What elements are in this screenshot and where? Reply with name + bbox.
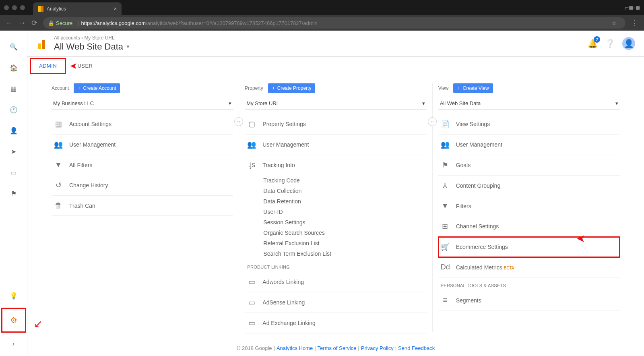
browser-tab[interactable]: Analytics × [33, 2, 122, 15]
audience-icon[interactable]: 👤 [5, 122, 23, 139]
plus-icon: + [272, 85, 275, 91]
tracking-sub-session-settings[interactable]: Session Settings [263, 217, 426, 228]
linking-item-adsense-linking[interactable]: ▭AdSense Linking [245, 292, 426, 313]
bookmark-icon[interactable]: ☆ [612, 20, 617, 26]
search-icon[interactable]: 🔍 [5, 38, 23, 56]
tracking-sub-tracking-code[interactable]: Tracking Code [263, 175, 426, 186]
view-label: View [438, 85, 449, 91]
window-controls[interactable] [4, 5, 25, 10]
account-item-all-filters[interactable]: ▼All Filters [52, 155, 233, 175]
account-item-user-management[interactable]: 👥User Management [52, 135, 233, 155]
tracking-sub-data-collection[interactable]: Data Collection [263, 186, 426, 196]
tools-item-segments[interactable]: ≡Segments [438, 290, 620, 310]
discover-icon[interactable]: 💡 [5, 287, 23, 304]
property-item-tracking-info[interactable]: .jsTracking Info [245, 155, 426, 175]
conversions-icon[interactable]: ⚑ [5, 184, 23, 202]
tracking-sub-organic-search-sources[interactable]: Organic Search Sources [263, 228, 426, 238]
menu-icon: ⊞ [441, 222, 450, 231]
view-item-calculated-metrics[interactable]: DdCalculated MetricsBETA [438, 257, 620, 277]
product-linking-header: PRODUCT LINKING [245, 259, 426, 272]
account-item-trash-can[interactable]: 🗑Trash Can [52, 196, 233, 216]
view-selector[interactable]: All Web Site Data▼ [54, 41, 130, 52]
forward-button[interactable]: → [19, 19, 26, 27]
left-sidebar: 🔍 🏠 ▦ 🕐 👤 ➤ ▭ ⚑ 💡 ⚙ › ↙ [0, 31, 27, 356]
chrome-menu-icon[interactable]: ⋮ [631, 19, 638, 27]
view-item-filters[interactable]: ▼Filters [438, 196, 620, 216]
notifications-icon[interactable]: 🔔 2 [588, 39, 598, 48]
menu-icon: .js [247, 161, 256, 169]
help-icon[interactable]: ❔ [605, 39, 615, 48]
tracking-sub-data-retention[interactable]: Data Retention [263, 196, 426, 207]
menu-icon: 🗑 [54, 201, 63, 210]
chevron-down-icon: ▾ [615, 100, 618, 106]
account-item-account-settings[interactable]: ▦Account Settings [52, 114, 233, 135]
account-label: Account [52, 85, 69, 91]
view-item-ecommerce-settings[interactable]: 🛒Ecommerce Settings [438, 237, 620, 257]
footer-link[interactable]: Terms of Service [318, 345, 357, 351]
realtime-icon[interactable]: 🕐 [5, 101, 23, 118]
menu-label: All Filters [69, 162, 93, 168]
maximize-window[interactable] [20, 5, 25, 10]
create-account-button[interactable]: +Create Account [74, 83, 120, 93]
menu-icon: ⅄ [441, 181, 450, 190]
chevron-down-icon: ▾ [422, 100, 425, 106]
swap-property-view[interactable]: ↔ [428, 117, 437, 126]
address-bar[interactable]: 🔒 Secure | https://analytics.google.com … [43, 17, 625, 29]
menu-label: Property Settings [262, 121, 305, 127]
create-property-button[interactable]: +Create Property [268, 83, 316, 93]
home-icon[interactable]: 🏠 [5, 59, 23, 77]
tracking-sub-referral-exclusion-list[interactable]: Referral Exclusion List [263, 238, 426, 248]
view-item-user-management[interactable]: 👥User Management [438, 135, 620, 155]
menu-icon: ▢ [247, 120, 256, 128]
behavior-icon[interactable]: ▭ [5, 164, 23, 181]
close-tab-icon[interactable]: × [114, 6, 117, 12]
menu-label: View Settings [456, 121, 490, 127]
menu-label: Goals [456, 162, 471, 168]
view-item-content-grouping[interactable]: ⅄Content Grouping [438, 176, 620, 196]
property-item-property-settings[interactable]: ▢Property Settings [245, 114, 426, 135]
admin-gear-highlighted[interactable]: ⚙ [1, 308, 26, 333]
chevron-down-icon: ▾ [229, 100, 231, 106]
account-item-change-history[interactable]: ↺Change History [52, 175, 233, 196]
reload-button[interactable]: ⟳ [31, 19, 37, 27]
linking-item-adwords-linking[interactable]: ▭Adwords Linking [245, 272, 426, 292]
lock-icon: 🔒 [48, 20, 54, 26]
menu-icon: 📄 [441, 120, 450, 128]
browser-tab-bar: Analytics × ⌐■-■ [0, 0, 644, 15]
back-button[interactable]: ← [6, 19, 13, 27]
view-selector-dropdown[interactable]: All Web Site Data▾ [438, 97, 620, 110]
url-path: /analytics/web/?authuser=0#/a120799769w1… [146, 20, 318, 26]
create-view-button[interactable]: +Create View [453, 83, 493, 93]
menu-label: Ad Exchange Linking [262, 320, 316, 326]
annotation-arrow: ➤ [576, 232, 585, 245]
linking-item-ad-exchange-linking[interactable]: ▭Ad Exchange Linking [245, 313, 426, 333]
view-item-channel-settings[interactable]: ⊞Channel Settings [438, 216, 620, 237]
tracking-sub-user-id[interactable]: User-ID [263, 207, 426, 217]
close-window[interactable] [4, 5, 9, 10]
account-selector[interactable]: My Business LLC▾ [52, 97, 233, 110]
property-label: Property [245, 85, 263, 91]
browser-toolbar: ← → ⟳ 🔒 Secure | https://analytics.googl… [0, 15, 644, 31]
account-avatar[interactable]: 👤 [622, 37, 635, 50]
customization-icon[interactable]: ▦ [5, 80, 23, 97]
footer-link[interactable]: Send Feedback [398, 345, 435, 351]
tab-admin[interactable]: ADMIN [30, 58, 66, 74]
account-column: Account +Create Account My Business LLC▾… [46, 83, 239, 332]
footer-link[interactable]: Privacy Policy [361, 345, 394, 351]
ga-icon [38, 6, 43, 12]
menu-icon: ↺ [54, 181, 63, 190]
tracking-sub-search-term-exclusion-list[interactable]: Search Term Exclusion List [263, 248, 426, 259]
menu-label: User Management [262, 141, 309, 148]
breadcrumb[interactable]: All accounts › My Store URL [54, 35, 130, 41]
collapse-sidebar-icon[interactable]: › [5, 335, 23, 353]
annotation-arrow: ➤ [70, 61, 77, 71]
view-item-goals[interactable]: ⚑Goals [438, 155, 620, 176]
minimize-window[interactable] [12, 5, 17, 10]
property-selector[interactable]: My Store URL▾ [245, 97, 426, 110]
menu-icon: 🛒 [441, 242, 450, 251]
property-item-user-management[interactable]: 👥User Management [245, 135, 426, 155]
view-item-view-settings[interactable]: 📄View Settings [438, 114, 620, 135]
menu-label: Account Settings [69, 121, 111, 127]
footer-link[interactable]: Analytics Home [277, 345, 313, 351]
acquisition-icon[interactable]: ➤ [5, 143, 23, 160]
